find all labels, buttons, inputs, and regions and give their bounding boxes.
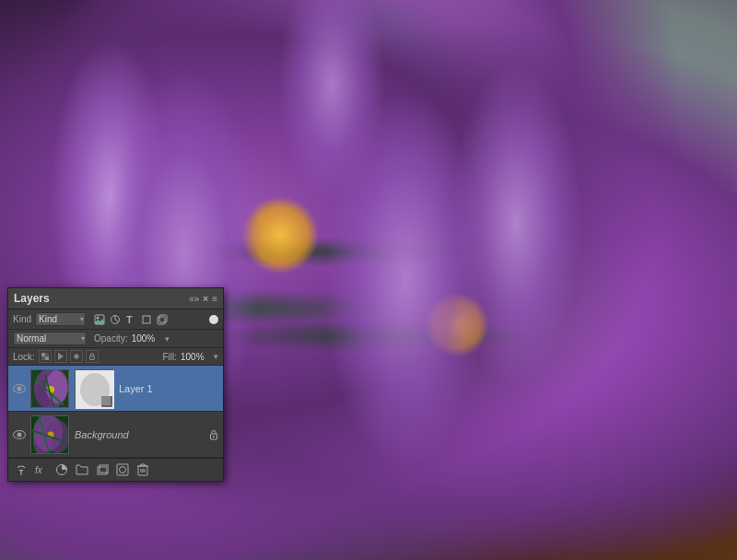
fill-label: Fill: — [162, 352, 177, 362]
opacity-chevron[interactable]: ▾ — [165, 334, 170, 344]
svg-text:T: T — [126, 314, 133, 325]
lock-fill-row: Lock: — [8, 348, 223, 366]
lock-position-icon[interactable] — [70, 350, 83, 363]
delete-layer-icon[interactable] — [135, 462, 150, 477]
svg-rect-41 — [117, 464, 128, 475]
svg-point-25 — [80, 373, 110, 406]
kind-label: Kind — [13, 314, 31, 324]
svg-rect-7 — [41, 353, 45, 356]
new-fill-icon[interactable] — [54, 462, 69, 477]
panel-footer: fx — [8, 458, 223, 481]
opacity-label: Opacity: — [94, 333, 128, 344]
fill-chevron[interactable]: ▾ — [214, 352, 218, 361]
svg-point-16 — [91, 357, 93, 359]
svg-rect-8 — [45, 356, 49, 360]
filter-toolbar: Kind Kind Name Effect Mode Attribute Col… — [8, 309, 223, 330]
layer1-eye-icon — [13, 384, 26, 393]
panel-header: Layers «» × ≡ — [8, 288, 223, 309]
background-lock-icon — [208, 429, 219, 440]
kind-select[interactable]: Kind Name Effect Mode Attribute Color — [35, 312, 86, 326]
layer1-mask-thumbnail — [75, 369, 113, 408]
svg-rect-10 — [45, 353, 49, 356]
layer-item-background[interactable]: Background — [8, 412, 223, 458]
blend-mode-wrapper[interactable]: Normal Multiply Screen Overlay Darken Li… — [13, 332, 87, 345]
new-layer-icon[interactable] — [95, 462, 110, 477]
blend-mode-select[interactable]: Normal Multiply Screen Overlay Darken Li… — [13, 332, 87, 345]
filter-icons: T — [93, 313, 169, 326]
svg-rect-9 — [41, 356, 45, 360]
svg-point-35 — [213, 436, 215, 438]
filter-active-dot — [209, 315, 218, 324]
filter-text-icon[interactable]: T — [124, 313, 137, 326]
svg-text:fx: fx — [35, 465, 43, 475]
layer1-name: Layer 1 — [119, 383, 219, 394]
background-visibility-toggle[interactable] — [12, 427, 27, 442]
svg-point-1 — [97, 316, 99, 319]
layers-panel: Layers «» × ≡ Kind Kind Name Effect Mode… — [7, 287, 224, 482]
panel-menu-icon[interactable]: ≡ — [212, 294, 217, 304]
svg-point-42 — [120, 467, 126, 473]
layer1-thumbnail — [30, 369, 69, 408]
link-layers-icon[interactable] — [14, 462, 29, 477]
layers-list: Layer 1 Background — [8, 366, 223, 458]
kind-select-wrapper[interactable]: Kind Name Effect Mode Attribute Color — [35, 312, 86, 326]
add-mask-icon[interactable] — [115, 462, 130, 477]
lock-label: Lock: — [13, 352, 35, 362]
fill-value[interactable]: 100% — [181, 352, 210, 362]
background-eye-icon — [13, 430, 26, 439]
layer1-visibility-toggle[interactable] — [12, 381, 27, 396]
layer-fx-icon[interactable]: fx — [34, 462, 49, 477]
lock-image-icon[interactable] — [54, 350, 67, 363]
filter-adjustment-icon[interactable] — [109, 313, 122, 326]
svg-rect-26 — [101, 396, 112, 407]
background-thumbnail — [30, 415, 69, 454]
layer-item-layer1[interactable]: Layer 1 — [8, 366, 223, 412]
filter-smart-icon[interactable] — [156, 313, 169, 326]
filter-shape-icon[interactable] — [140, 313, 153, 326]
lock-all-icon[interactable] — [86, 350, 99, 363]
svg-rect-4 — [143, 316, 150, 323]
lock-icons — [39, 350, 99, 363]
svg-rect-6 — [159, 315, 167, 322]
background-name: Background — [75, 429, 205, 440]
panel-title: Layers — [14, 292, 50, 305]
opacity-value[interactable]: 100% — [132, 333, 161, 344]
lock-transparent-icon[interactable] — [39, 350, 52, 363]
collapse-icon[interactable]: «» — [189, 294, 199, 304]
close-icon[interactable]: × — [203, 294, 208, 304]
filter-image-icon[interactable] — [93, 313, 106, 326]
panel-header-icons: «» × ≡ — [189, 294, 217, 304]
blend-opacity-row: Normal Multiply Screen Overlay Darken Li… — [8, 330, 223, 348]
svg-rect-5 — [158, 317, 165, 324]
new-group-icon[interactable] — [75, 462, 89, 477]
